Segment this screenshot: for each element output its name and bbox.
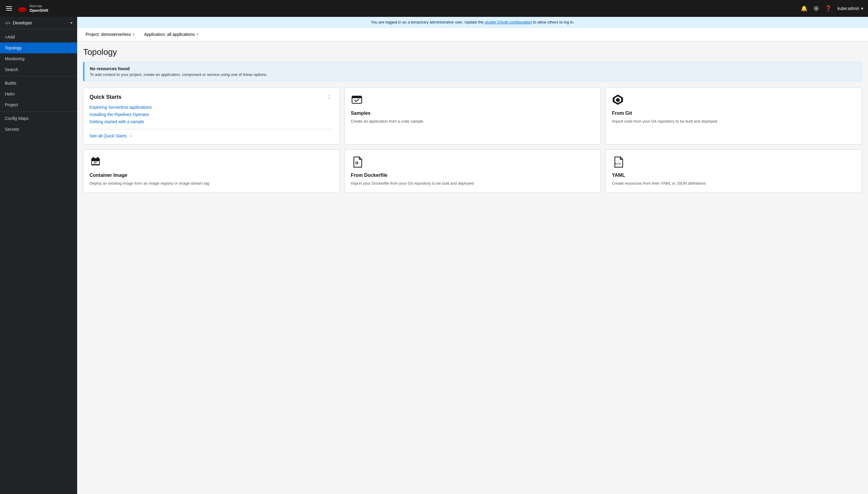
- project-dropdown-arrow: ▾: [133, 33, 134, 36]
- alert-title: No resources found: [90, 66, 856, 71]
- quick-starts-header: Quick Starts ⋮: [90, 94, 333, 101]
- from-dockerfile-desc: Import your Dockerfile from your Git rep…: [351, 180, 595, 187]
- svg-point-2: [21, 7, 24, 10]
- toolbar: Project: demoserverless ▾ Application: a…: [77, 28, 868, 41]
- quick-starts-kebab-icon[interactable]: ⋮: [325, 94, 333, 101]
- quick-start-link-0[interactable]: Exploring Serverless applications: [90, 105, 333, 110]
- cards-grid: Quick Starts ⋮ Exploring Serverless appl…: [83, 87, 862, 193]
- oauth-config-link[interactable]: cluster OAuth configuration: [485, 20, 532, 24]
- container-image-desc: Deploy an existing image from an image r…: [90, 180, 333, 187]
- role-arrow: ▾: [71, 21, 72, 25]
- svg-rect-14: [97, 157, 98, 159]
- see-all-quick-starts[interactable]: See all Quick Starts →: [90, 129, 333, 138]
- application-selector[interactable]: Application: all applications ▾: [142, 31, 201, 38]
- from-dockerfile-card[interactable]: From Dockerfile Import your Dockerfile f…: [345, 149, 601, 193]
- no-resources-alert: No resources found To add content to you…: [83, 62, 862, 81]
- yaml-name: YAML: [612, 173, 856, 178]
- sidebar: </> Developer ▾ +Add Topology Monitoring…: [0, 17, 77, 494]
- yaml-icon: </>: [612, 156, 856, 169]
- alert-description: To add content to your project, create a…: [90, 72, 856, 77]
- quick-start-links: Exploring Serverless applications Instal…: [90, 105, 333, 124]
- sidebar-divider-1: [0, 76, 77, 77]
- sidebar-item-helm[interactable]: Helm: [0, 89, 77, 99]
- content-area: You are logged in as a temporary adminis…: [77, 17, 868, 494]
- samples-icon: [351, 94, 595, 107]
- project-selector[interactable]: Project: demoserverless ▾: [83, 31, 137, 38]
- svg-rect-13: [93, 157, 94, 159]
- user-menu[interactable]: kube:admin ▾: [837, 6, 863, 11]
- from-git-name: From Git: [612, 111, 856, 116]
- page-title: Topology: [83, 47, 862, 57]
- notifications-icon[interactable]: 🔔: [801, 5, 808, 12]
- logo: Red Hat OpenShift: [17, 4, 48, 13]
- quick-start-link-1[interactable]: Installing the Pipelines Operator: [90, 112, 333, 117]
- container-image-name: Container Image: [90, 173, 333, 178]
- sidebar-item-add[interactable]: +Add: [0, 32, 77, 42]
- from-git-desc: Import code from your Git repository to …: [612, 118, 856, 125]
- top-navigation: Red Hat OpenShift 🔔 ⊕ ❓ kube:admin ▾: [0, 0, 868, 17]
- logo-text: Red Hat OpenShift: [30, 4, 48, 13]
- sidebar-item-builds[interactable]: Builds: [0, 78, 77, 89]
- sidebar-item-project[interactable]: Project: [0, 99, 77, 110]
- role-icon: </>: [5, 21, 11, 25]
- container-image-icon: [90, 156, 333, 169]
- sidebar-item-secrets[interactable]: Secrets: [0, 124, 77, 135]
- sidebar-item-configmaps[interactable]: Config Maps: [0, 113, 77, 124]
- from-dockerfile-icon: [351, 156, 595, 169]
- add-icon[interactable]: ⊕: [813, 4, 819, 12]
- samples-desc: Create an application from a code sample: [351, 118, 595, 125]
- hamburger-menu[interactable]: [5, 5, 13, 12]
- svg-text:</>: </>: [615, 162, 621, 166]
- sidebar-item-monitoring[interactable]: Monitoring: [0, 53, 77, 64]
- sidebar-nav: +Add Topology Monitoring Search Builds H…: [0, 29, 77, 137]
- sidebar-divider-2: [0, 111, 77, 112]
- help-icon[interactable]: ❓: [825, 5, 832, 12]
- page-content: Topology No resources found To add conte…: [77, 41, 868, 494]
- samples-name: Samples: [351, 111, 595, 116]
- sidebar-item-topology[interactable]: Topology: [0, 42, 77, 53]
- sidebar-item-search[interactable]: Search: [0, 64, 77, 75]
- quick-starts-title: Quick Starts: [90, 94, 122, 100]
- container-image-card[interactable]: Container Image Deploy an existing image…: [83, 149, 340, 193]
- warning-banner: You are logged in as a temporary adminis…: [77, 17, 868, 28]
- yaml-card[interactable]: </> YAML Create resources from their YAM…: [606, 149, 862, 193]
- yaml-desc: Create resources from their YAML or JSON…: [612, 180, 856, 187]
- app-dropdown-arrow: ▾: [197, 33, 198, 36]
- role-selector[interactable]: </> Developer ▾: [0, 17, 77, 29]
- quick-starts-card[interactable]: Quick Starts ⋮ Exploring Serverless appl…: [83, 87, 340, 145]
- role-label: Developer: [13, 20, 68, 25]
- from-git-icon: [612, 94, 856, 107]
- quick-start-link-2[interactable]: Getting started with a sample: [90, 119, 333, 124]
- redhat-logo-icon: [17, 4, 27, 13]
- svg-rect-4: [352, 96, 362, 98]
- svg-rect-10: [92, 161, 99, 164]
- from-git-card[interactable]: From Git Import code from your Git repos…: [606, 87, 862, 145]
- from-dockerfile-name: From Dockerfile: [351, 173, 595, 178]
- samples-card[interactable]: Samples Create an application from a cod…: [345, 87, 601, 145]
